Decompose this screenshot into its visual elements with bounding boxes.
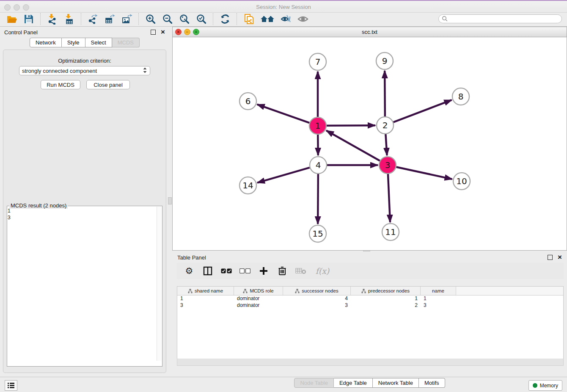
import-table-icon[interactable]: [63, 13, 76, 25]
clone-network-icon[interactable]: [242, 13, 255, 25]
table-row[interactable]: 3dominator323: [177, 302, 563, 309]
graph-edge-4-14[interactable]: [257, 168, 310, 183]
delete-table-icon[interactable]: [295, 265, 307, 277]
graph-edge-4-15[interactable]: [318, 174, 318, 224]
table-cell[interactable]: 3: [283, 302, 351, 309]
window-titlebar: Session: New Session: [0, 0, 567, 13]
table-cell[interactable]: 1: [421, 295, 456, 302]
table-toolbar: ⚙ f(x): [177, 263, 564, 279]
export-network-icon[interactable]: [87, 13, 99, 25]
svg-text:10: 10: [456, 176, 467, 186]
table-cell[interactable]: 4: [283, 295, 351, 302]
svg-text:3: 3: [385, 160, 391, 170]
show-graphics-details-icon[interactable]: [297, 13, 309, 25]
home-layout-icon[interactable]: [259, 13, 275, 25]
node-table[interactable]: shared nameMCDS rolesuccessor nodesprede…: [177, 286, 564, 359]
control-panel: Control Panel × NetworkStyleSelectMCDS O…: [0, 27, 169, 377]
search-icon: [442, 16, 448, 22]
tab-style[interactable]: Style: [62, 38, 85, 47]
save-session-icon[interactable]: [22, 13, 35, 25]
zoom-selected-icon[interactable]: [195, 13, 208, 25]
graph-node-7[interactable]: 7: [309, 53, 326, 70]
close-panel-icon[interactable]: ×: [161, 30, 165, 34]
column-header-predecessor-nodes[interactable]: predecessor nodes: [351, 287, 421, 295]
graph-edge-2-9[interactable]: [385, 71, 385, 116]
graph-node-3[interactable]: 3: [379, 157, 396, 174]
graph-node-14[interactable]: 14: [239, 177, 256, 194]
column-header-shared-name[interactable]: shared name: [177, 287, 234, 295]
mcds-panel: Optimization criterion: strongly connect…: [3, 50, 166, 373]
graph-node-15[interactable]: 15: [309, 225, 326, 242]
zoom-out-icon[interactable]: [161, 13, 174, 25]
table-cell[interactable]: 3: [177, 302, 234, 309]
tab-network[interactable]: Network: [30, 38, 62, 47]
deselect-all-rows-icon[interactable]: [239, 265, 251, 277]
float-table-panel-icon[interactable]: [548, 255, 553, 260]
tab-node-table[interactable]: Node Table: [294, 378, 334, 388]
float-panel-icon[interactable]: [151, 30, 156, 35]
graph-node-1[interactable]: 1: [309, 117, 326, 134]
table-cell[interactable]: 1: [177, 295, 234, 302]
graph-node-11[interactable]: 11: [382, 224, 399, 240]
table-hscrollbar[interactable]: [177, 359, 564, 366]
tab-select[interactable]: Select: [85, 38, 112, 47]
column-header-successor-nodes[interactable]: successor nodes: [283, 287, 351, 295]
tab-network-table[interactable]: Network Table: [373, 378, 419, 388]
graph-edge-2-3[interactable]: [385, 134, 387, 155]
graph-edge-1-2[interactable]: [327, 125, 375, 126]
close-table-panel-icon[interactable]: ×: [558, 255, 562, 259]
graph-edge-3-10[interactable]: [396, 167, 452, 179]
svg-text:7: 7: [315, 57, 321, 67]
delete-column-icon[interactable]: [276, 265, 289, 277]
select-all-rows-icon[interactable]: [220, 265, 233, 277]
graph-node-8[interactable]: 8: [452, 88, 469, 105]
function-builder-icon[interactable]: f(x): [313, 265, 332, 277]
table-cell[interactable]: 1: [351, 295, 421, 302]
result-scrollbar[interactable]: [157, 207, 162, 361]
column-header-MCDS-role[interactable]: MCDS role: [234, 287, 283, 295]
tab-edge-table[interactable]: Edge Table: [334, 378, 373, 388]
criterion-select[interactable]: strongly connected component: [19, 66, 150, 75]
run-mcds-button[interactable]: Run MCDS: [41, 80, 80, 89]
table-row[interactable]: 1dominator411: [177, 295, 563, 302]
svg-text:1: 1: [315, 121, 321, 131]
tab-motifs[interactable]: Motifs: [419, 378, 445, 388]
network-window-title: scc.txt: [173, 29, 567, 35]
show-columns-icon[interactable]: [201, 265, 214, 277]
zoom-fit-icon[interactable]: [178, 13, 191, 25]
close-panel-button[interactable]: Close panel: [86, 80, 130, 89]
toolbar-separator: [213, 13, 214, 25]
graph-edge-1-6[interactable]: [257, 105, 309, 123]
network-graph-canvas[interactable]: 7968124314101511: [173, 37, 567, 250]
search-input[interactable]: [448, 15, 561, 23]
graph-node-4[interactable]: 4: [310, 157, 327, 174]
task-history-button[interactable]: [5, 380, 17, 391]
column-settings-gear-icon[interactable]: ⚙: [183, 265, 195, 277]
control-panel-tabs: NetworkStyleSelectMCDS: [0, 38, 169, 47]
graph-node-6[interactable]: 6: [239, 93, 256, 110]
table-cell[interactable]: 2: [351, 302, 421, 309]
table-cell[interactable]: dominator: [234, 295, 283, 302]
export-table-icon[interactable]: [104, 13, 116, 25]
table-cell[interactable]: dominator: [234, 302, 283, 309]
export-image-icon[interactable]: [121, 13, 133, 25]
graph-edge-3-1[interactable]: [326, 130, 380, 160]
open-session-icon[interactable]: [6, 13, 18, 25]
mcds-result-text[interactable]: 1 3: [8, 207, 157, 360]
vertical-splitter-handle[interactable]: [168, 197, 172, 204]
table-cell[interactable]: 3: [421, 302, 456, 309]
refresh-icon[interactable]: [219, 13, 231, 25]
add-column-icon[interactable]: [257, 265, 270, 277]
search-box[interactable]: [438, 14, 562, 23]
graph-node-2[interactable]: 2: [377, 117, 394, 134]
import-network-icon[interactable]: [46, 13, 59, 25]
hide-graphics-details-icon[interactable]: [280, 13, 292, 25]
graph-edge-3-11[interactable]: [388, 174, 390, 222]
zoom-in-icon[interactable]: [144, 13, 157, 25]
graph-node-10[interactable]: 10: [453, 173, 470, 190]
graph-edge-2-8[interactable]: [394, 100, 452, 122]
graph-node-9[interactable]: 9: [376, 52, 393, 69]
tab-mcds[interactable]: MCDS: [112, 38, 140, 47]
column-header-name[interactable]: name: [421, 287, 456, 295]
graph-edge-1-4[interactable]: [318, 135, 318, 155]
